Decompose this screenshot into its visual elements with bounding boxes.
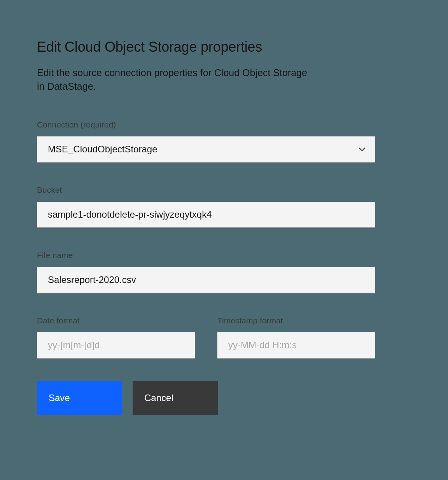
bucket-input[interactable]: [37, 202, 375, 228]
button-row: Save Cancel: [37, 381, 375, 415]
connection-select[interactable]: MSE_CloudObjectStorage: [37, 136, 375, 163]
timestampformat-label: Timestamp format: [217, 316, 375, 325]
filename-label: File name: [37, 251, 375, 260]
filename-field: File name: [37, 251, 375, 293]
connection-label: Connection (required): [37, 120, 375, 129]
chevron-down-icon: [358, 145, 366, 153]
form-container: Edit Cloud Object Storage properties Edi…: [37, 39, 375, 415]
timestampformat-field: Timestamp format: [217, 316, 375, 359]
filename-input[interactable]: [37, 267, 375, 293]
page-title: Edit Cloud Object Storage properties: [37, 39, 375, 55]
dateformat-input[interactable]: [37, 332, 195, 359]
dateformat-label: Date format: [37, 316, 195, 325]
dateformat-field: Date format: [37, 316, 195, 359]
save-button[interactable]: Save: [37, 381, 122, 415]
page-subtitle: Edit the source connection properties fo…: [37, 66, 317, 93]
bucket-field: Bucket: [37, 185, 375, 228]
connection-field: Connection (required) MSE_CloudObjectSto…: [37, 120, 375, 163]
connection-value: MSE_CloudObjectStorage: [48, 144, 157, 155]
bucket-label: Bucket: [37, 185, 375, 195]
cancel-button[interactable]: Cancel: [133, 381, 218, 415]
timestampformat-input[interactable]: [217, 332, 375, 359]
